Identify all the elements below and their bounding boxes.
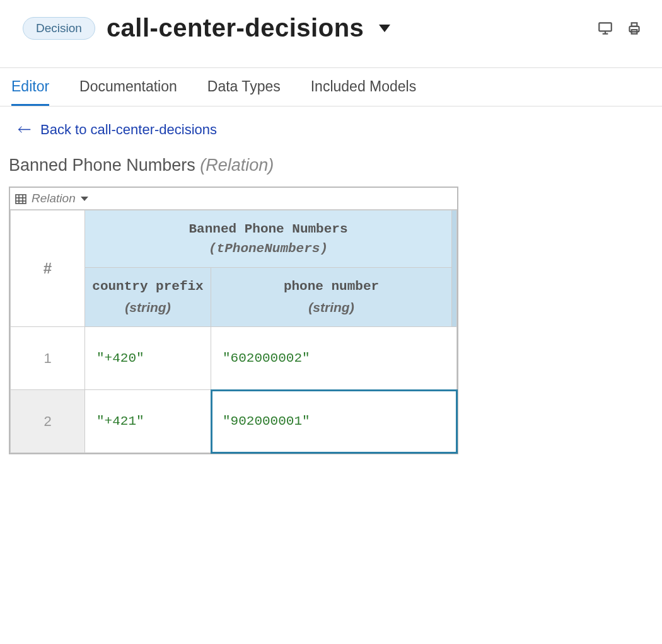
node-name: Banned Phone Numbers — [9, 156, 195, 175]
back-arrow-icon[interactable]: 🡐 — [18, 122, 32, 138]
tab-included-models[interactable]: Included Models — [311, 78, 417, 106]
cell-phone-number[interactable]: "902000001" — [211, 390, 457, 453]
relation-group-type: (tPhoneNumbers) — [91, 241, 445, 256]
relation-table: # Banned Phone Numbers (tPhoneNumbers) c… — [10, 210, 457, 453]
tab-editor[interactable]: Editor — [11, 78, 49, 106]
table-row: 2 "+421" "902000001" — [11, 390, 457, 453]
table-row: 1 "+420" "602000002" — [11, 327, 457, 390]
add-column-handle[interactable] — [452, 210, 457, 327]
svg-rect-0 — [599, 23, 612, 31]
cell-country-prefix[interactable]: "+421" — [85, 390, 211, 453]
column-name: country prefix — [92, 279, 203, 294]
title-dropdown-icon[interactable] — [379, 25, 390, 32]
svg-rect-5 — [632, 23, 637, 26]
back-row: 🡐 Back to call-center-decisions — [0, 106, 662, 151]
relation-group-title: Banned Phone Numbers — [189, 222, 347, 236]
relation-type-dropdown[interactable]: Relation — [10, 188, 457, 210]
relation-type-label: Relation — [32, 192, 76, 205]
relation-editor: Relation # Banned Phone Numbers (tPhoneN… — [9, 187, 458, 454]
title-bar: Decision call-center-decisions — [0, 0, 662, 67]
cell-country-prefix[interactable]: "+420" — [85, 327, 211, 390]
relation-group-header[interactable]: Banned Phone Numbers (tPhoneNumbers) — [85, 210, 452, 268]
tab-data-types[interactable]: Data Types — [207, 78, 281, 106]
row-index[interactable]: 1 — [11, 327, 85, 390]
node-kind: (Relation) — [200, 156, 274, 175]
monitor-icon[interactable] — [596, 20, 614, 37]
tab-documentation[interactable]: Documentation — [79, 78, 177, 106]
back-link[interactable]: Back to call-center-decisions — [40, 122, 217, 138]
type-badge: Decision — [23, 17, 95, 40]
column-name: phone number — [284, 279, 379, 294]
column-type: (string) — [218, 300, 445, 315]
tab-bar: Editor Documentation Data Types Included… — [0, 68, 662, 106]
column-type: (string) — [91, 300, 204, 315]
cell-phone-number[interactable]: "602000002" — [211, 327, 457, 390]
grid-icon — [15, 193, 26, 204]
node-title: Banned Phone Numbers (Relation) — [0, 151, 662, 187]
svg-rect-6 — [16, 195, 26, 204]
print-icon[interactable] — [625, 20, 643, 37]
file-title: call-center-decisions — [107, 14, 364, 42]
row-index[interactable]: 2 — [11, 390, 85, 453]
row-index-header: # — [11, 210, 85, 327]
column-header-phone-number[interactable]: phone number (string) — [211, 268, 452, 327]
chevron-down-icon — [81, 197, 88, 201]
column-header-country-prefix[interactable]: country prefix (string) — [85, 268, 211, 327]
